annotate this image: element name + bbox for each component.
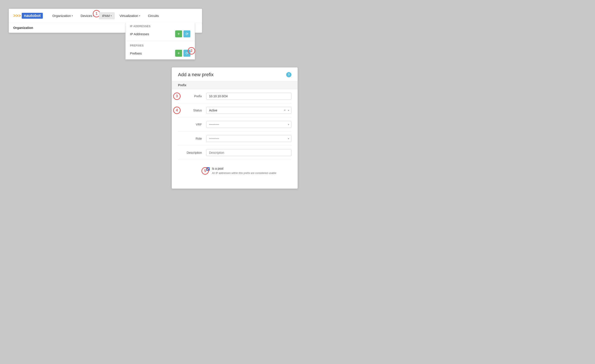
is-pool-area: Is a pool All IP addresses within this p… bbox=[206, 163, 291, 179]
chevron-down-icon: ▾ bbox=[139, 14, 140, 17]
description-label: Description bbox=[178, 149, 206, 154]
chevron-down-icon: ▾ bbox=[72, 14, 73, 17]
sidebar-item-devices[interactable]: Devices ▾ 1 bbox=[78, 12, 97, 19]
vrf-field-row: VRF ---------- ▾ bbox=[178, 118, 291, 132]
is-pool-row: Is a pool All IP addresses within this p… bbox=[178, 160, 291, 182]
add-ip-address-button[interactable]: + bbox=[175, 30, 182, 37]
sidebar-item-organization[interactable]: Organization ▾ bbox=[49, 12, 76, 19]
dropdown-divider bbox=[126, 41, 195, 41]
chevron-down-icon: ▾ bbox=[111, 14, 112, 17]
description-input-area bbox=[206, 149, 291, 156]
sync-icon: ⟳ bbox=[186, 51, 188, 55]
role-select-area: ---------- ▾ bbox=[206, 135, 291, 142]
dropdown-item-prefixes: Prefixes + ⟳ 2 bbox=[126, 48, 195, 59]
is-pool-checkbox-row: Is a pool All IP addresses within this p… bbox=[206, 163, 291, 179]
nav-label-organization: Organization bbox=[52, 14, 71, 18]
org-bar-title: Organization bbox=[13, 26, 33, 29]
logo-area: >>> nautobot bbox=[13, 13, 43, 19]
prefix-field-row: 3 Prefix bbox=[178, 89, 291, 103]
prefix-form-body: 3 Prefix 4 Status Active Planned Depreca… bbox=[172, 89, 298, 182]
prefix-input[interactable] bbox=[206, 93, 291, 100]
import-prefix-button[interactable]: ⟳ bbox=[184, 50, 190, 57]
role-select[interactable]: ---------- bbox=[206, 135, 291, 142]
vrf-select[interactable]: ---------- bbox=[206, 121, 291, 128]
nav-items: Organization ▾ Devices ▾ 1 IPAM ▾ Virtua… bbox=[49, 12, 162, 19]
prefixes-actions: + ⟳ 2 bbox=[175, 50, 190, 57]
logo-arrows-icon: >>> bbox=[13, 13, 21, 18]
ipam-dropdown-menu: IP Addresses IP Addresses + ⟳ Prefixes P… bbox=[125, 23, 195, 60]
is-pool-description: All IP addresses within this prefix are … bbox=[212, 171, 276, 175]
prefix-section-header: Prefix bbox=[172, 81, 298, 89]
vrf-select-area: ---------- ▾ bbox=[206, 121, 291, 128]
nav-label-devices: Devices bbox=[81, 14, 92, 18]
logo-text: nautobot bbox=[22, 13, 43, 19]
nav-panel: >>> nautobot Organization ▾ Devices ▾ 1 … bbox=[9, 9, 202, 33]
vrf-label: VRF bbox=[178, 121, 206, 126]
clear-status-icon[interactable]: × bbox=[284, 108, 286, 112]
sidebar-item-circuits[interactable]: Circuits bbox=[145, 12, 162, 19]
nav-label-circuits: Circuits bbox=[148, 14, 159, 18]
role-field-row: Role ---------- ▾ bbox=[178, 132, 291, 146]
add-prefix-panel: Add a new prefix ? Prefix 3 Prefix 4 Sta… bbox=[172, 67, 298, 189]
prefix-input-area bbox=[206, 93, 291, 100]
ip-addresses-actions: + ⟳ bbox=[175, 30, 190, 37]
sync-icon: ⟳ bbox=[186, 32, 188, 36]
navbar: >>> nautobot Organization ▾ Devices ▾ 1 … bbox=[9, 9, 202, 23]
dropdown-section-prefixes: Prefixes bbox=[126, 42, 195, 48]
is-pool-label: Is a pool bbox=[212, 167, 276, 170]
dropdown-section-ip-addresses: IP Addresses bbox=[126, 23, 195, 29]
description-input[interactable] bbox=[206, 149, 291, 156]
description-field-row: Description bbox=[178, 146, 291, 160]
prefixes-link[interactable]: Prefixes bbox=[130, 51, 142, 55]
page-title: Add a new prefix bbox=[178, 72, 214, 77]
sidebar-item-ipam[interactable]: IPAM ▾ bbox=[99, 12, 115, 19]
sidebar-item-virtualization[interactable]: Virtualization ▾ bbox=[116, 12, 143, 19]
nav-label-ipam: IPAM bbox=[102, 14, 110, 18]
is-pool-label-area: Is a pool All IP addresses within this p… bbox=[212, 167, 276, 175]
nav-label-virtualization: Virtualization bbox=[120, 14, 138, 18]
help-icon[interactable]: ? bbox=[286, 72, 291, 77]
role-label: Role bbox=[178, 135, 206, 140]
ip-addresses-link[interactable]: IP Addresses bbox=[130, 32, 149, 36]
add-prefix-button[interactable]: + bbox=[175, 50, 182, 57]
prefix-label: Prefix bbox=[178, 93, 206, 98]
role-select-wrapper: ---------- ▾ bbox=[206, 135, 291, 142]
status-select-wrapper: Active Planned Deprecated × ▾ bbox=[206, 107, 291, 114]
prefix-header: Add a new prefix ? bbox=[172, 68, 298, 81]
status-field-row: 4 Status Active Planned Deprecated × ▾ bbox=[178, 103, 291, 118]
status-label: Status bbox=[178, 107, 206, 112]
dropdown-item-ip-addresses: IP Addresses + ⟳ bbox=[126, 29, 195, 40]
import-ip-address-button[interactable]: ⟳ bbox=[184, 30, 190, 37]
is-pool-checkbox[interactable] bbox=[206, 167, 210, 171]
status-select[interactable]: Active Planned Deprecated bbox=[206, 107, 291, 114]
vrf-select-wrapper: ---------- ▾ bbox=[206, 121, 291, 128]
status-select-area: Active Planned Deprecated × ▾ bbox=[206, 107, 291, 114]
